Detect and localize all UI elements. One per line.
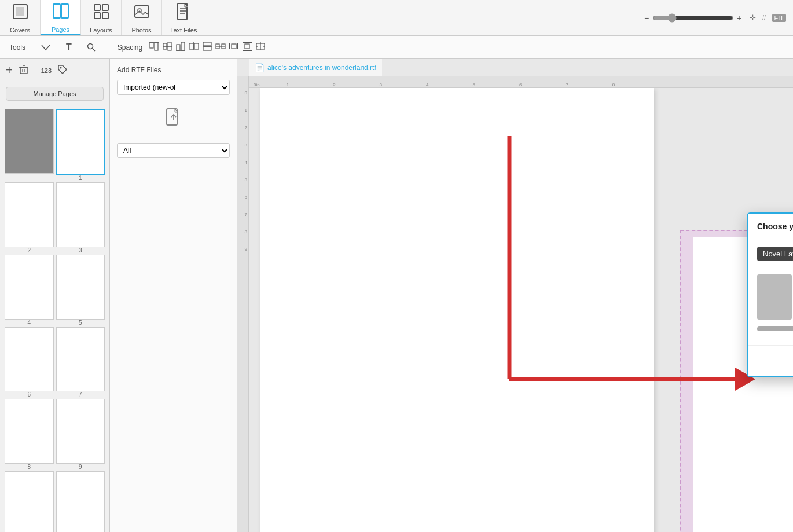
svg-rect-13	[150, 42, 153, 48]
zoom-slider[interactable]	[652, 13, 733, 23]
choose-layout-dialog: Choose your page layout Novel Layouts ▼ …	[747, 212, 793, 377]
sidebar-divider	[35, 65, 35, 76]
add-page-icon[interactable]: +	[6, 64, 13, 77]
upload-rtf-icon[interactable]	[163, 107, 184, 131]
spacing-icon-9[interactable]	[255, 41, 266, 54]
page-spread-2-3: 2 3	[5, 182, 105, 254]
covers-icon	[11, 2, 30, 24]
spacing-icon-5[interactable]	[201, 41, 213, 54]
svg-rect-25	[203, 42, 211, 46]
search-tool-button[interactable]	[82, 41, 101, 54]
svg-rect-23	[194, 43, 199, 49]
svg-rect-3	[61, 4, 68, 18]
tab-covers[interactable]: Covers	[0, 0, 41, 35]
svg-rect-22	[189, 43, 193, 49]
layout-thumbnails	[757, 270, 793, 324]
tag-icon[interactable]	[57, 64, 68, 77]
svg-rect-5	[102, 5, 108, 10]
zoom-grid-icon: #	[762, 13, 766, 22]
file-tab-name[interactable]: alice's adventures in wonderland.rtf	[267, 64, 376, 72]
second-toolbar: Tools T Spacing	[0, 36, 793, 59]
svg-line-12	[92, 48, 95, 51]
text-files-label: Text Files	[170, 27, 197, 34]
rtf-dropdown-row: Imported (new-ol Imported	[117, 80, 230, 95]
rtf-panel-label: Add RTF Files	[117, 66, 230, 74]
page-5-number: 5	[79, 320, 82, 326]
page-7-thumb[interactable]	[56, 327, 105, 392]
tab-layouts[interactable]: Layouts	[81, 0, 122, 35]
landscape-button[interactable]	[36, 40, 56, 55]
svg-point-11	[87, 43, 93, 49]
photos-label: Photos	[131, 27, 151, 34]
zoom-crosshair-icon: ✛	[750, 13, 756, 22]
svg-rect-2	[53, 4, 60, 18]
manage-pages-button[interactable]: Manage Pages	[6, 87, 104, 101]
spacing-icon-6[interactable]	[215, 41, 226, 54]
page-canvas	[260, 88, 654, 532]
spacing-icon-7[interactable]	[228, 41, 240, 54]
zoom-out-icon[interactable]: −	[644, 13, 649, 23]
svg-rect-33	[232, 44, 236, 49]
pages-list: 1 2 3 4	[0, 105, 109, 532]
zoom-bar: − + ✛ # FIT	[637, 0, 793, 35]
page-9-thumb[interactable]	[56, 399, 105, 464]
toolbar-separator	[109, 41, 109, 54]
cover-thumb[interactable]	[5, 109, 54, 174]
text-files-icon	[174, 2, 193, 24]
layouts-icon	[92, 2, 111, 24]
upload-icon-box	[117, 101, 230, 137]
canvas-area: 0in 1 2 3 4 5 6 7 8 0 1 2 3 4 5 6 7 8 9 …	[237, 59, 793, 532]
spacing-icon-3[interactable]	[175, 41, 186, 54]
page-number-icon[interactable]: 123	[41, 67, 52, 74]
svg-rect-6	[94, 13, 100, 19]
rtf-file-select[interactable]: Imported (new-ol Imported	[117, 80, 230, 95]
svg-rect-41	[20, 67, 27, 74]
photos-icon	[133, 2, 151, 24]
tools-button[interactable]: Tools	[5, 41, 30, 54]
page-spread-6-7: 6 7	[5, 327, 105, 398]
file-tab-bar: 📄 alice's adventures in wonderland.rtf	[249, 59, 382, 76]
page-spread-1: 1	[5, 109, 105, 181]
filter-dropdown-row: All Recent	[117, 143, 230, 158]
spacing-icon-1[interactable]	[148, 41, 160, 54]
page-10-thumb[interactable]	[5, 471, 54, 532]
modal-dropdown-row: Novel Layouts ▼ Text containers will be …	[757, 243, 793, 264]
pages-icon	[52, 2, 70, 24]
page-2-thumb[interactable]	[5, 182, 54, 247]
zoom-in-icon[interactable]: +	[737, 13, 741, 23]
page-5-thumb[interactable]	[56, 255, 105, 320]
page-3-thumb[interactable]	[56, 182, 105, 247]
spacing-icon-4[interactable]	[188, 41, 200, 54]
page-6-number: 6	[27, 391, 31, 398]
modal-title: Choose your page layout	[748, 214, 793, 236]
svg-point-46	[60, 67, 62, 68]
svg-rect-14	[155, 42, 158, 50]
svg-rect-4	[94, 5, 100, 10]
modal-body: Novel Layouts ▼ Text containers will be …	[748, 236, 793, 345]
text-tool-button[interactable]: T	[61, 40, 76, 55]
delete-page-icon[interactable]	[19, 64, 29, 77]
svg-rect-7	[102, 13, 108, 19]
page-spread-8-9: 8 9	[5, 399, 105, 470]
page-8-number: 8	[27, 464, 31, 470]
page-4-number: 4	[27, 320, 31, 326]
svg-rect-26	[203, 47, 211, 50]
top-toolbar: Covers Pages Layouts Photos Text Files −…	[0, 0, 793, 36]
filter-select[interactable]: All Recent	[117, 143, 230, 158]
page-4-thumb[interactable]	[5, 255, 54, 320]
spacing-icon-8[interactable]	[241, 41, 253, 54]
page-11-thumb[interactable]	[56, 471, 105, 532]
page-8-thumb[interactable]	[5, 399, 54, 464]
tab-text-files[interactable]: Text Files	[162, 0, 205, 35]
zoom-fit-icon[interactable]: FIT	[772, 14, 787, 22]
spacing-icon-2[interactable]	[161, 41, 173, 54]
page-6-thumb[interactable]	[5, 327, 54, 392]
svg-rect-19	[177, 45, 180, 50]
tab-pages[interactable]: Pages	[41, 0, 81, 35]
tab-photos[interactable]: Photos	[122, 0, 162, 35]
layout-scrollbar[interactable]	[757, 326, 793, 331]
layout-type-dropdown[interactable]: Novel Layouts ▼	[757, 247, 793, 261]
page-1-thumb[interactable]	[56, 109, 105, 175]
page-1-number: 1	[79, 175, 82, 181]
layout-thumb-1[interactable]	[757, 274, 792, 320]
